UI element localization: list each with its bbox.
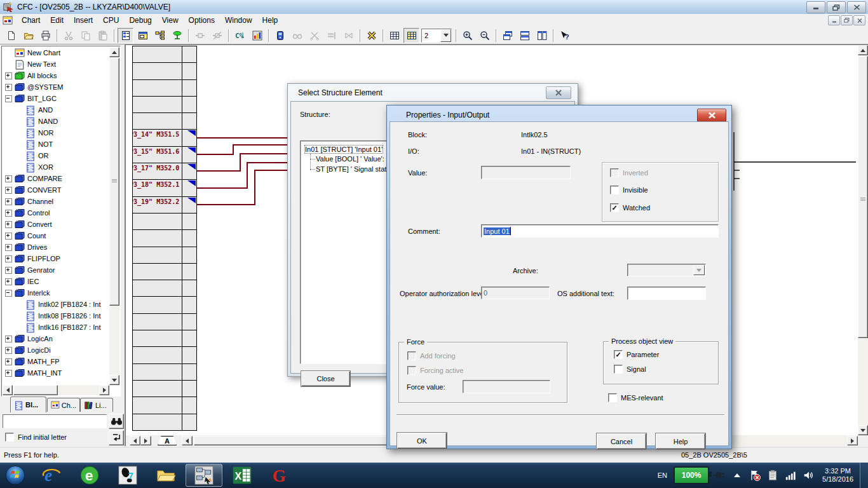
tree-horizontal-scrollbar[interactable]	[3, 385, 109, 395]
collapse-minus-icon[interactable]	[5, 290, 12, 297]
structure-item[interactable]: ST [BYTE] ' Signal status'	[316, 165, 395, 173]
print-button[interactable]	[37, 28, 53, 43]
expand-plus-icon[interactable]	[5, 244, 12, 251]
tree-item-all-blocks[interactable]: All blocks	[3, 70, 108, 81]
tree-item-channel[interactable]: Channel	[3, 196, 108, 207]
grid-button[interactable]	[386, 28, 402, 43]
tab-li[interactable]: Li...	[80, 398, 113, 412]
expand-plus-icon[interactable]	[5, 255, 12, 262]
menu-chart[interactable]: Chart	[17, 15, 45, 26]
menu-insert[interactable]: Insert	[69, 15, 98, 26]
taskbar-app-excel[interactable]: X	[224, 464, 261, 487]
properties-close-icon[interactable]	[697, 109, 726, 122]
tree-item-nand[interactable]: NAND	[3, 116, 108, 127]
tree-item-xor[interactable]: XOR	[3, 161, 108, 173]
tree-item-intlk02-fb1824-int[interactable]: Intlk02 [FB1824 : Int	[3, 299, 108, 310]
menu-cpu[interactable]: CPU	[98, 15, 124, 26]
tab-ch[interactable]: Ch...	[47, 398, 80, 412]
tree-item-interlck[interactable]: Interlck	[3, 287, 108, 299]
tab-bl[interactable]: Bl...	[10, 396, 46, 412]
expand-plus-icon[interactable]	[5, 187, 12, 194]
search-input[interactable]	[3, 414, 107, 428]
tree-item-convert[interactable]: CONVERT	[3, 184, 108, 196]
tree-item-and[interactable]: AND	[3, 104, 108, 116]
zoom-out-button[interactable]	[477, 28, 492, 43]
tree-item-not[interactable]: NOT	[3, 139, 108, 150]
taskbar-app-g-application[interactable]: G	[262, 464, 299, 487]
tree-item-drives[interactable]: Drives	[3, 241, 108, 253]
test-mode-button[interactable]	[272, 28, 288, 43]
menu-edit[interactable]: Edit	[45, 15, 69, 26]
structure-item[interactable]: Value [BOOL] ' Value':	[316, 155, 384, 163]
chevron-down-icon[interactable]	[440, 29, 451, 42]
catalog-button[interactable]	[118, 28, 133, 43]
taskbar-app-windows-explorer[interactable]	[147, 464, 184, 487]
taskbar-app-simatic-step7[interactable]: 7	[109, 464, 146, 487]
tree-vertical-scrollbar[interactable]	[109, 47, 119, 385]
expand-plus-icon[interactable]	[5, 198, 12, 205]
find-initial-letter-checkbox[interactable]	[5, 433, 14, 442]
taskbar-app-cfc-editor[interactable]	[186, 464, 222, 487]
sheet-view-button[interactable]	[135, 28, 151, 43]
power-plug-icon[interactable]	[712, 468, 726, 482]
menu-help[interactable]: Help	[257, 15, 283, 26]
new-button[interactable]	[3, 28, 19, 43]
select-structure-close-icon[interactable]	[546, 86, 571, 99]
invisible-checkbox[interactable]	[610, 186, 619, 194]
menu-view[interactable]: View	[157, 15, 184, 26]
overview-button[interactable]	[169, 28, 185, 43]
watched-checkbox[interactable]: ✓	[610, 203, 619, 212]
network-signal-icon[interactable]	[783, 468, 797, 482]
restore-button[interactable]	[827, 1, 846, 13]
mdi-close-icon[interactable]	[853, 15, 865, 25]
close-button[interactable]: Close	[301, 371, 350, 386]
menu-debug[interactable]: Debug	[124, 15, 156, 26]
start-button[interactable]	[1, 464, 29, 487]
prev-sheet-button[interactable]	[130, 436, 140, 445]
tree-item-count[interactable]: Count	[3, 230, 108, 241]
tree-item-compare[interactable]: COMPARE	[3, 173, 108, 184]
expand-plus-icon[interactable]	[5, 210, 12, 217]
tree-item-math-int[interactable]: MATH_INT	[3, 367, 108, 379]
expand-plus-icon[interactable]	[5, 84, 12, 91]
hidden-icons-chevron[interactable]	[730, 468, 744, 482]
expand-plus-icon[interactable]	[5, 358, 12, 365]
clipboard-tray-icon[interactable]	[766, 468, 780, 482]
hscroll-left-button[interactable]	[182, 436, 193, 445]
structure-item[interactable]: In01 [STRUCT] 'Input 01'	[304, 145, 383, 154]
tree-item-new-text[interactable]: New Text	[3, 58, 108, 70]
help-button[interactable]: Help	[656, 433, 705, 449]
insert-in-chart-button[interactable]	[109, 430, 124, 445]
tree-item-intlk16-fb1827-int[interactable]: Intlk16 [FB1827 : Int	[3, 322, 108, 333]
tree-item-intlk08-fb1826-int[interactable]: Intlk08 [FB1826 : Int	[3, 310, 108, 322]
expand-plus-icon[interactable]	[5, 233, 12, 240]
expand-plus-icon[interactable]	[5, 72, 12, 79]
mdi-child-icon[interactable]	[3, 16, 13, 25]
tree-item-math-fp[interactable]: MATH_FP	[3, 356, 108, 367]
tree-item-genrator[interactable]: Genrator	[3, 264, 108, 276]
tree-item-system[interactable]: @SYSTEM	[3, 81, 108, 93]
mdi-restore-icon[interactable]	[841, 15, 853, 25]
battery-indicator[interactable]: 100%	[674, 466, 709, 484]
comment-field[interactable]: Input 01	[481, 224, 719, 238]
chart-io-button[interactable]	[249, 28, 265, 43]
cascade-button[interactable]	[499, 28, 515, 43]
clock[interactable]: 3:32 PM 5/18/2016	[822, 467, 853, 484]
expand-plus-icon[interactable]	[5, 347, 12, 354]
next-sheet-button[interactable]	[140, 436, 151, 445]
open-button[interactable]	[20, 28, 36, 43]
help-pointer-button[interactable]: ?	[557, 28, 573, 43]
tree-item-convert[interactable]: Convert	[3, 219, 108, 230]
menu-window[interactable]: Window	[220, 15, 257, 26]
expand-plus-icon[interactable]	[5, 267, 12, 274]
menu-options[interactable]: Options	[184, 15, 220, 26]
expand-plus-icon[interactable]	[5, 175, 12, 182]
volume-icon[interactable]	[801, 468, 815, 482]
zoom-level-dropdown[interactable]: 2	[421, 29, 452, 43]
grid-active-button[interactable]	[403, 28, 419, 43]
chart-vertical-scrollbar[interactable]	[858, 45, 868, 435]
expand-plus-icon[interactable]	[5, 336, 12, 342]
os-additional-text-field[interactable]	[627, 287, 706, 300]
taskbar-app-internet-explorer[interactable]: e	[33, 464, 70, 487]
cancel-button[interactable]: Cancel	[597, 433, 646, 449]
